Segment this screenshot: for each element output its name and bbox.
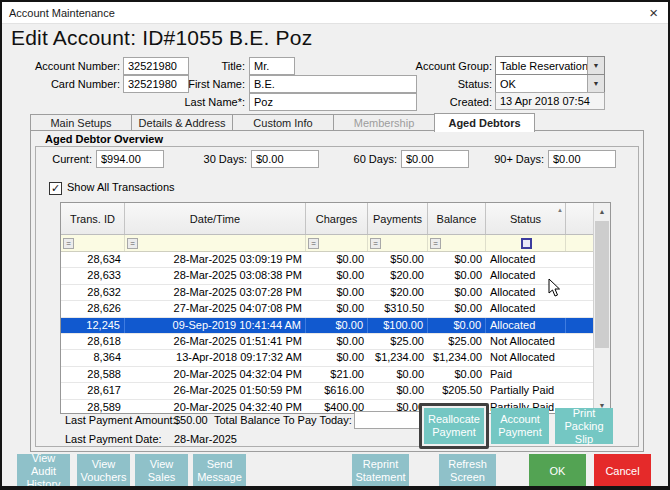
chevron-down-icon[interactable]: ▼ [587,57,604,74]
column-header-date-time[interactable]: Date/Time [125,203,306,234]
grid-filter-row[interactable]: ===== [61,235,593,252]
transactions-grid[interactable]: Trans. IDDate/TimeChargesPaymentsBalance… [60,202,611,414]
filter-cell-balance[interactable]: = [428,235,486,251]
table-cell: $50.00 [368,252,428,267]
table-cell: Allocated [486,318,566,333]
table-cell: 28-Mar-2025 03:07:28 PM [125,285,306,300]
created-label: Created: [384,93,492,111]
days90-label: 90+ Days: [490,150,544,168]
page-title: Edit Account: ID#1055 B.E. Poz [11,26,312,50]
filter-cell-trans-id[interactable]: = [61,235,125,251]
card-number-field[interactable] [123,75,189,93]
cancel-button[interactable]: Cancel [594,454,651,488]
ok-button[interactable]: OK [529,454,586,488]
table-cell: 13-Apr-2018 09:17:32 AM [125,350,306,365]
filter-cell-date-time[interactable]: = [125,235,306,251]
print-packing-slip-button[interactable]: Print Packing Slip [555,408,613,444]
days90-field[interactable] [548,150,616,168]
tab-main-setups[interactable]: Main Setups [30,114,131,131]
table-cell: $0.00 [306,301,368,316]
tab-aged-debtors[interactable]: Aged Debtors [434,113,535,132]
table-row[interactable]: 28,63428-Mar-2025 03:09:19 PM$0.00$50.00… [61,252,593,268]
account-group-label: Account Group: [384,57,492,75]
view-sales-button[interactable]: View Sales [135,454,188,488]
status-filter-box-icon[interactable] [521,238,532,249]
show-all-transactions-checkbox[interactable]: ✓ [49,182,62,195]
account-number-field[interactable] [123,57,189,75]
table-cell: $25.00 [368,334,428,349]
table-row[interactable]: 28,63228-Mar-2025 03:07:28 PM$0.00$20.00… [61,285,593,301]
column-header-trans-id[interactable]: Trans. ID [61,203,125,234]
table-row[interactable]: 28,61826-Mar-2025 01:51:41 PM$0.00$25.00… [61,334,593,350]
days60-field[interactable] [401,150,469,168]
table-row[interactable]: 12,24509-Sep-2019 10:41:44 AM$0.00$100.0… [61,318,593,334]
table-cell: Partially Paid [486,383,566,398]
view-vouchers-button[interactable]: View Vouchers [77,454,130,488]
table-cell: $20.00 [368,285,428,300]
table-cell: $0.00 [428,252,486,267]
current-field[interactable] [96,150,164,168]
filter-cell-charges[interactable]: = [306,235,368,251]
table-cell: 28,632 [61,285,125,300]
equals-filter-icon[interactable]: = [63,238,74,249]
table-cell: Allocated [486,268,566,283]
grid-header-row: Trans. IDDate/TimeChargesPaymentsBalance… [61,203,593,235]
send-message-button[interactable]: Send Message [193,454,246,488]
column-header-charges[interactable]: Charges [306,203,368,234]
table-cell: 12,245 [61,318,125,333]
column-header-payments[interactable]: Payments [368,203,428,234]
table-cell: 28-Mar-2025 03:08:38 PM [125,268,306,283]
table-cell: 28,634 [61,252,125,267]
current-label: Current: [40,150,92,168]
chevron-down-icon[interactable]: ▼ [587,75,604,92]
table-cell: $0.00 [368,383,428,398]
created-field: 13 Apr 2018 07:54 AM [495,92,605,110]
table-row[interactable]: 28,62627-Mar-2025 04:07:08 PM$0.00$310.5… [61,301,593,317]
filter-cell-payments[interactable]: = [368,235,428,251]
table-row[interactable]: 28,63328-Mar-2025 03:08:38 PM$0.00$20.00… [61,268,593,284]
table-row[interactable]: 8,36413-Apr-2018 09:17:32 AM$0.00$1,234.… [61,350,593,366]
filter-cell-status[interactable] [486,235,566,251]
table-cell: 28-Mar-2025 03:09:19 PM [125,252,306,267]
equals-filter-icon[interactable]: = [430,238,441,249]
view-audit-history-button[interactable]: View Audit History [17,454,70,488]
days30-field[interactable] [251,150,319,168]
table-cell: $0.00 [306,268,368,283]
refresh-screen-button[interactable]: Refresh Screen [439,454,496,488]
total-balance-input[interactable] [354,411,420,429]
equals-filter-icon[interactable]: = [127,238,138,249]
account-group-value: Table Reservations [496,60,587,72]
equals-filter-icon[interactable]: = [308,238,319,249]
reprint-statement-button[interactable]: Reprint Statement [352,454,409,488]
tab-membership: Membership [333,114,434,131]
account-group-select[interactable]: Table Reservations ▼ [495,56,605,75]
equals-filter-icon[interactable]: = [370,238,381,249]
table-row[interactable]: 28,58820-Mar-2025 04:32:04 PM$21.00$0.00… [61,367,593,383]
title-field[interactable] [249,57,295,75]
table-row[interactable]: 28,61726-Mar-2025 01:50:59 PM$616.00$0.0… [61,383,593,399]
tab-details-address[interactable]: Details & Address [131,114,232,131]
scroll-up-icon[interactable]: ▲ [594,203,610,219]
status-value: OK [496,78,587,90]
sort-indicator-icon: ▲ [557,204,563,216]
close-icon[interactable]: × [639,4,668,21]
account-payment-button[interactable]: Account Payment [491,408,549,444]
scrollbar-track[interactable] [594,219,610,397]
table-cell: Not Allocated [486,334,566,349]
title-label: Title: [187,57,245,75]
vertical-scrollbar[interactable]: ▲ ▼ [593,203,610,413]
last-payment-amount-value: $50.00 [174,414,208,426]
status-select[interactable]: OK ▼ [495,74,605,93]
tab-custom-info[interactable]: Custom Info [232,114,333,131]
scrollbar-thumb[interactable] [595,221,609,348]
table-cell: $1,234.00 [428,350,486,365]
grid-rows: 28,63428-Mar-2025 03:09:19 PM$0.00$50.00… [61,252,593,413]
status-label: Status: [384,75,492,93]
card-number-label: Card Number: [12,75,120,93]
column-header-status[interactable]: Status▲ [486,203,566,234]
reallocate-payment-button[interactable]: Reallocate Payment [424,408,484,444]
table-cell: 28,617 [61,383,125,398]
column-header-balance[interactable]: Balance [428,203,486,234]
tab-strip: Main SetupsDetails & AddressCustom InfoM… [30,113,535,131]
table-cell: $0.00 [428,268,486,283]
